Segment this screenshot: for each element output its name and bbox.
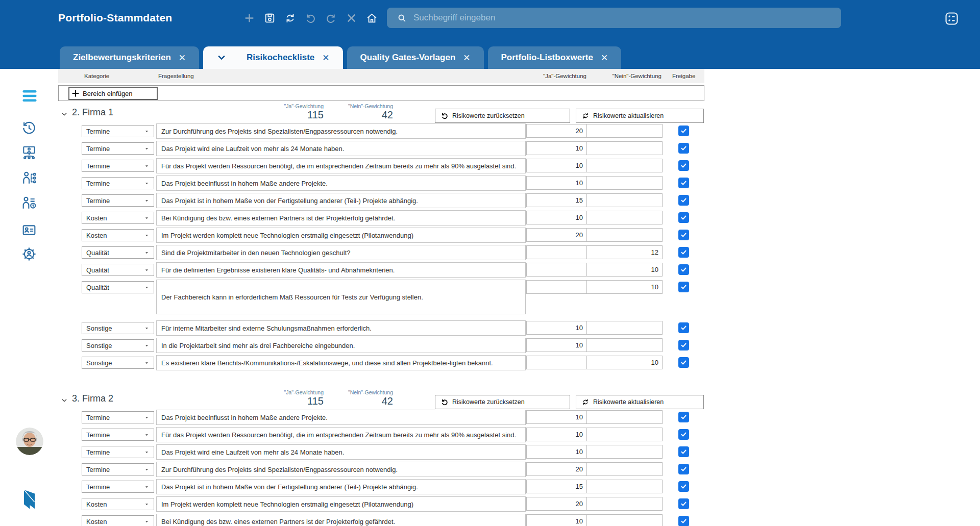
kategorie-select[interactable]: Kosten — [82, 212, 154, 224]
freigabe-checkbox[interactable] — [678, 143, 689, 154]
freigabe-checkbox[interactable] — [678, 464, 689, 474]
collapse-chevron-icon[interactable] — [61, 397, 68, 404]
frage-field[interactable]: Das Projekt wird eine Laufzeit von mehr … — [156, 141, 526, 156]
ja-gewichtung-field[interactable]: 15 — [526, 193, 587, 207]
frage-field[interactable]: Für das Projekt werden Ressourcen benöti… — [156, 427, 526, 442]
chevron-down-icon[interactable] — [216, 53, 227, 63]
freigabe-checkbox[interactable] — [678, 264, 689, 275]
nein-gewichtung-field[interactable] — [586, 497, 663, 511]
reset-risk-values-button[interactable]: Risikowerte zurücksetzen — [435, 395, 570, 409]
frage-field[interactable]: Das Projekt ist in hohem Maße von der Fe… — [156, 479, 526, 494]
ja-gewichtung-field[interactable]: 10 — [526, 141, 587, 155]
kategorie-select[interactable]: Kosten — [82, 515, 154, 526]
insert-bereich-button[interactable]: Bereich einfügen — [68, 87, 158, 100]
freigabe-checkbox[interactable] — [678, 230, 689, 240]
frage-field[interactable]: Das Projekt ist in hohem Maße von der Fe… — [156, 193, 526, 208]
sidebar-settings-user-icon[interactable] — [21, 246, 37, 262]
frage-field[interactable]: Im Projekt werden komplett neue Technolo… — [156, 228, 526, 243]
nein-gewichtung-field[interactable] — [586, 228, 663, 242]
kategorie-select[interactable]: Termine — [82, 142, 154, 155]
frage-field[interactable]: Für interne Mitarbeiter sind externe Sch… — [156, 320, 526, 336]
sidebar-person-hierarchy-icon[interactable] — [21, 170, 37, 186]
freigabe-checkbox[interactable] — [678, 498, 689, 509]
ja-gewichtung-field[interactable]: 10 — [526, 428, 587, 441]
tab-portfolio-listboxwerte[interactable]: Portfolio-Listboxwerte ✕ — [488, 46, 622, 69]
kategorie-select[interactable]: Termine — [82, 429, 154, 441]
freigabe-checkbox[interactable] — [678, 247, 689, 258]
kategorie-select[interactable]: Termine — [82, 411, 154, 423]
nein-gewichtung-field[interactable] — [586, 124, 663, 138]
ja-gewichtung-field[interactable]: 20 — [526, 228, 587, 242]
home-icon[interactable] — [365, 12, 378, 24]
nein-gewichtung-field[interactable]: 12 — [586, 245, 663, 259]
freigabe-checkbox[interactable] — [678, 126, 689, 136]
frage-field[interactable]: Das Projekt beeinflusst in hohem Maße an… — [156, 176, 526, 191]
kategorie-select[interactable]: Termine — [82, 446, 154, 458]
ja-gewichtung-field[interactable]: 10 — [526, 176, 587, 190]
refresh-icon[interactable] — [284, 12, 297, 24]
nein-gewichtung-field[interactable] — [586, 176, 663, 190]
nein-gewichtung-field[interactable] — [586, 428, 663, 441]
kategorie-select[interactable]: Kosten — [82, 229, 154, 241]
ja-gewichtung-field[interactable]: 20 — [526, 462, 587, 476]
tab-close-icon[interactable]: ✕ — [463, 53, 470, 63]
nein-gewichtung-field[interactable] — [586, 321, 663, 335]
ja-gewichtung-field[interactable]: 10 — [526, 514, 587, 526]
freigabe-checkbox[interactable] — [678, 481, 689, 492]
kategorie-select[interactable]: Termine — [82, 160, 154, 172]
frage-field[interactable]: Für die definierten Ergebnisse existiere… — [156, 262, 526, 278]
kategorie-select[interactable]: Sonstige — [82, 357, 154, 369]
update-risk-values-button[interactable]: Risikowerte aktualisieren — [576, 109, 704, 123]
ja-gewichtung-field[interactable]: 15 — [526, 480, 587, 493]
tab-close-icon[interactable]: ✕ — [179, 53, 186, 63]
freigabe-checkbox[interactable] — [678, 412, 689, 422]
nein-gewichtung-field[interactable] — [586, 159, 663, 172]
nein-gewichtung-field[interactable]: 10 — [586, 263, 663, 277]
avatar[interactable] — [16, 428, 43, 455]
ja-gewichtung-field[interactable] — [526, 356, 587, 369]
nein-gewichtung-field[interactable]: 10 — [586, 356, 663, 369]
frage-field[interactable]: Bei Kündigung des bzw. eines externen Pa… — [156, 210, 526, 226]
kategorie-select[interactable]: Kosten — [82, 498, 154, 510]
freigabe-checkbox[interactable] — [678, 195, 689, 206]
search-box[interactable] — [387, 8, 841, 28]
tab-zielbewertungskriterien[interactable]: Zielbewertungskriterien ✕ — [60, 46, 199, 69]
freigabe-checkbox[interactable] — [678, 357, 689, 368]
frage-field[interactable]: In die Projektarbeit sind mehr als drei … — [156, 338, 526, 353]
nein-gewichtung-field[interactable] — [586, 514, 663, 526]
freigabe-checkbox[interactable] — [678, 178, 689, 188]
nein-gewichtung-field[interactable] — [586, 445, 663, 459]
frage-field[interactable]: Für das Projekt werden Ressourcen benöti… — [156, 158, 526, 173]
kategorie-select[interactable]: Termine — [82, 125, 154, 137]
kategorie-select[interactable]: Sonstige — [82, 322, 154, 334]
ja-gewichtung-field[interactable] — [526, 245, 587, 259]
tab-quality-gates-vorlagen[interactable]: Quality Gates-Vorlagen ✕ — [347, 46, 484, 69]
update-risk-values-button[interactable]: Risikowerte aktualisieren — [576, 395, 704, 409]
ja-gewichtung-field[interactable]: 10 — [526, 338, 587, 352]
ja-gewichtung-field[interactable]: 10 — [526, 211, 587, 224]
frage-field[interactable]: Der Fachbereich kann in erforderlichem M… — [156, 280, 526, 314]
kategorie-select[interactable]: Termine — [82, 481, 154, 493]
undo-icon[interactable] — [304, 12, 317, 24]
freigabe-checkbox[interactable] — [678, 340, 689, 350]
frage-field[interactable]: Sind die Projektmitarbeiter in den neuen… — [156, 245, 526, 260]
freigabe-checkbox[interactable] — [678, 160, 689, 171]
sidebar-org-chart-icon[interactable] — [21, 144, 37, 161]
freigabe-checkbox[interactable] — [678, 429, 689, 440]
sidebar-id-card-icon[interactable] — [21, 222, 37, 238]
freigabe-checkbox[interactable] — [678, 282, 689, 292]
tab-close-icon[interactable]: ✕ — [601, 53, 608, 63]
ja-gewichtung-field[interactable]: 10 — [526, 445, 587, 459]
kategorie-select[interactable]: Sonstige — [82, 339, 154, 352]
nein-gewichtung-field[interactable] — [586, 211, 663, 224]
ja-gewichtung-field[interactable]: 20 — [526, 124, 587, 138]
frage-field[interactable]: Im Projekt werden komplett neue Technolo… — [156, 496, 526, 512]
ja-gewichtung-field[interactable] — [526, 280, 587, 294]
nein-gewichtung-field[interactable] — [586, 462, 663, 476]
save-icon[interactable] — [263, 12, 276, 24]
sidebar-history-icon[interactable] — [21, 120, 37, 136]
nein-gewichtung-field[interactable] — [586, 141, 663, 155]
kategorie-select[interactable]: Termine — [82, 177, 154, 189]
freigabe-checkbox[interactable] — [678, 446, 689, 457]
nein-gewichtung-field[interactable] — [586, 480, 663, 493]
